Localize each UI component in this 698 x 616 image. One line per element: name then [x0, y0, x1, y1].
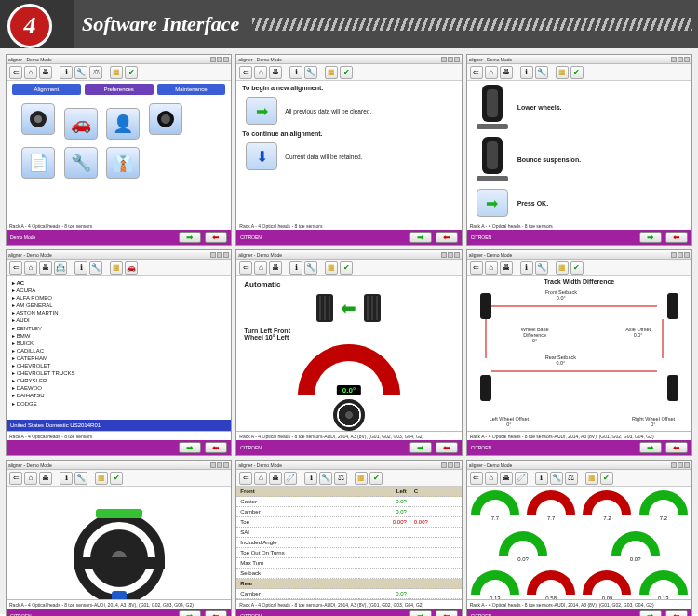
report-card-icon[interactable]: 📄	[21, 147, 55, 179]
heads-icon[interactable]: ▦	[325, 66, 338, 79]
ok-button[interactable]: ➡	[477, 189, 508, 217]
heads-icon[interactable]: ▦	[95, 472, 108, 485]
back-button[interactable]: ⬅	[665, 232, 688, 243]
tab-alignment[interactable]: Alignment	[12, 84, 81, 95]
tool-icon[interactable]: ℹ	[60, 66, 73, 79]
check-icon[interactable]: ✔	[340, 261, 353, 275]
make-item[interactable]: ALFA ROMEO	[12, 294, 225, 301]
next-button[interactable]: ➡	[179, 232, 201, 243]
db-selection[interactable]: United States Domestic US2014R01	[7, 420, 231, 431]
back-button[interactable]: ⬅	[436, 442, 458, 453]
make-item[interactable]: CADILLAC	[12, 347, 225, 355]
nav-back-icon[interactable]: ⇐	[9, 472, 22, 485]
info-icon[interactable]: ℹ	[289, 66, 302, 79]
check-icon[interactable]: ✔	[600, 472, 613, 485]
next-button[interactable]: ➡	[639, 232, 662, 243]
home-icon[interactable]: ⌂	[24, 261, 37, 275]
info-icon[interactable]: ℹ	[520, 66, 533, 79]
print-icon[interactable]: 🖶	[39, 261, 52, 275]
make-item[interactable]: AM GENERAL	[12, 301, 225, 309]
wrench-icon[interactable]: 🔧	[535, 66, 548, 79]
wrench-icon[interactable]: 🔧	[74, 66, 87, 79]
info-icon[interactable]: ℹ	[304, 472, 317, 485]
make-item[interactable]: DODGE	[12, 400, 225, 408]
tab-maintenance[interactable]: Maintenance	[157, 84, 226, 95]
make-item[interactable]: BENTLEY	[12, 325, 225, 332]
home-icon[interactable]: ⌂	[485, 261, 498, 275]
home-icon[interactable]: ⌂	[254, 472, 267, 485]
home-icon[interactable]: ⌂	[24, 66, 37, 79]
nav-back-icon[interactable]: ⇐	[239, 472, 252, 485]
next-button[interactable]: ➡	[179, 442, 201, 453]
nav-back-icon[interactable]: ⇐	[9, 261, 22, 275]
info-icon[interactable]: ℹ	[60, 472, 73, 485]
next-button[interactable]: ➡	[409, 610, 432, 616]
back-button[interactable]: ⬅	[205, 610, 227, 616]
wrench-icon[interactable]: 🔧	[74, 472, 87, 485]
wrench-icon[interactable]: 🔧	[304, 261, 317, 275]
make-item[interactable]: BUICK	[12, 340, 225, 347]
scale-icon[interactable]: ⚖	[334, 472, 347, 485]
check-icon[interactable]: ✔	[570, 261, 584, 275]
make-item[interactable]: DAEWOO	[12, 384, 225, 392]
next-button[interactable]: ➡	[409, 232, 432, 243]
begin-new-button[interactable]: ➡	[246, 97, 277, 125]
check-icon[interactable]: ✔	[110, 472, 123, 485]
back-button[interactable]: ⬅	[205, 442, 227, 453]
nav-back-icon[interactable]: ⇐	[239, 261, 252, 275]
make-item[interactable]: ACURA	[12, 287, 225, 294]
make-list[interactable]: AC ACURAALFA ROMEOAM GENERALASTON MARTIN…	[7, 276, 231, 410]
info-icon[interactable]: ℹ	[74, 261, 87, 275]
print-icon[interactable]: 🖶	[269, 66, 282, 79]
car-card-icon[interactable]: 🚗	[64, 108, 98, 140]
next-button[interactable]: ➡	[179, 610, 201, 616]
make-item[interactable]: CHRYSLER	[12, 377, 225, 384]
tab-preferences[interactable]: Preferences	[85, 84, 154, 95]
next-button[interactable]: ➡	[639, 442, 662, 453]
nav-back-icon[interactable]: ⇐	[470, 472, 483, 485]
print-icon[interactable]: 🖶	[500, 472, 513, 485]
wrench-icon[interactable]: 🔧	[550, 472, 563, 485]
make-item[interactable]: DAIHATSU	[12, 392, 225, 399]
nav-back-icon[interactable]: ⇐	[239, 66, 252, 79]
heads-icon[interactable]: ▦	[556, 261, 569, 275]
scale-icon[interactable]: ⚖	[89, 66, 102, 79]
info-icon[interactable]: ℹ	[520, 261, 533, 275]
heads-icon[interactable]: ▦	[355, 472, 368, 485]
wrench-icon[interactable]: 🔧	[535, 261, 548, 275]
print-icon[interactable]: 🖶	[500, 261, 513, 275]
wrench-icon[interactable]: 🔧	[89, 261, 102, 275]
wrench-icon[interactable]: 🔧	[304, 66, 317, 79]
heads-icon[interactable]: ▦	[585, 472, 598, 485]
home-icon[interactable]: ⌂	[485, 472, 498, 485]
next-button[interactable]: ➡	[639, 610, 662, 616]
continue-button[interactable]: ⬇	[246, 142, 277, 170]
back-button[interactable]: ⬅	[436, 232, 458, 243]
scale-icon[interactable]: ⚖	[565, 472, 578, 485]
print-icon[interactable]: 🖶	[500, 66, 513, 79]
heads-icon[interactable]: ▦	[325, 261, 338, 275]
back-button[interactable]: ⬅	[665, 442, 688, 453]
home-icon[interactable]: ⌂	[254, 261, 267, 275]
customer-card-icon[interactable]: 👤	[106, 108, 140, 140]
tools-card-icon[interactable]: 🔧	[64, 147, 98, 179]
back-button[interactable]: ⬅	[665, 610, 688, 616]
wheel-card-icon[interactable]	[21, 103, 55, 135]
info-icon[interactable]: ℹ	[289, 261, 302, 275]
check-icon[interactable]: ✔	[340, 66, 353, 79]
home-icon[interactable]: ⌂	[24, 472, 37, 485]
print-icon[interactable]: 🖶	[39, 472, 52, 485]
home-icon[interactable]: ⌂	[254, 66, 267, 79]
clip-icon[interactable]: 🧷	[284, 472, 297, 485]
clip-icon[interactable]: 🧷	[515, 472, 528, 485]
make-item[interactable]: CHEVROLET TRUCKS	[12, 369, 225, 377]
check-icon[interactable]: ✔	[570, 66, 584, 79]
home-icon[interactable]: ⌂	[485, 66, 498, 79]
db-icon[interactable]: 📇	[54, 261, 67, 275]
print-icon[interactable]: 🖶	[39, 66, 52, 79]
heads-icon[interactable]: ▦	[110, 261, 123, 275]
make-item[interactable]: CHEVROLET	[12, 362, 225, 369]
make-item[interactable]: AUDI	[12, 316, 225, 324]
next-button[interactable]: ➡	[409, 442, 432, 453]
back-button[interactable]: ⬅	[205, 232, 227, 243]
